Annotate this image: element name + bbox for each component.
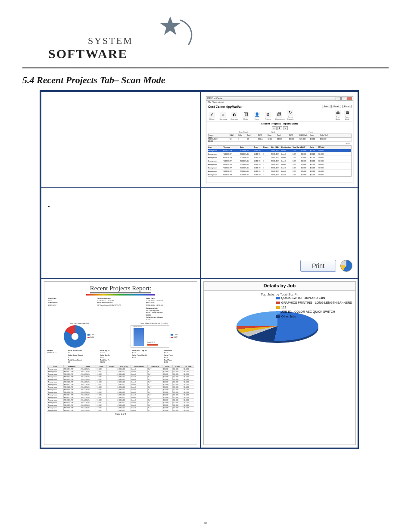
section-heading: 5.4 Recent Projects Tab– Scan Mode [22,75,389,86]
header-rule [22,67,389,68]
report-table: UserFilenameDateTimePagesSize (KB)Destin… [47,365,194,412]
window-title: KIP Cost Center [207,97,223,100]
detail-row[interactable]: AnonymousFIL0028.TIF2014-09-0511:10:1912… [208,169,351,173]
define-icon[interactable]: ✔ [209,112,215,118]
pager-prev[interactable]: « [272,126,277,130]
cell-description-1: The fourth tab displayed on the Reports … [41,91,200,188]
menu-tools[interactable]: Tools [212,101,218,103]
email-button[interactable]: Email [331,105,341,108]
detail-row[interactable]: AnonymousFIL0023.TIF2014-09-0511:10:1912… [208,152,351,156]
report-pagination: Page 1 of 3 [47,413,194,415]
printed-report-preview: Recent Projects Report: Model No:7170IP … [44,281,197,445]
top-action-buttons: Print Email Excel [322,105,352,108]
close-icon[interactable] [347,97,352,100]
legend-item: Other Jobs [276,315,352,319]
window-titlebar: KIP Cost Center [206,96,353,101]
excel-button[interactable]: Excel [342,105,352,108]
minimize-icon[interactable] [336,97,341,100]
report-row: AnonymousFIL0017.TIF2014-09-0511:10:112,… [47,409,194,411]
users-icon[interactable]: 👤 [254,112,260,118]
detail-row[interactable]: AnonymousFIL0026.TIF2014-09-0511:10:1912… [208,162,351,166]
cell-print-button: Print [200,188,359,278]
window-controls [336,97,352,100]
cell-description-2: Selecting the Print button will allow th… [41,188,200,278]
pie-header: Details by Job [204,282,355,291]
pie-chart-icon[interactable] [340,260,352,272]
logo-line1: SYSTEM [88,35,133,47]
maximize-icon[interactable] [341,97,346,100]
summary-column-headers: ProjectB&WColorTotalB&WColorTotalB&WB&W/… [208,134,352,138]
pager-next[interactable]: » [283,126,288,130]
row2-outro: Selecting the Pie Chart will allow the u… [47,211,195,221]
legend-item: QUICK SWITCH 36IN AND 24IN [276,296,352,300]
logo-line2: SOFTWARE [48,47,133,61]
pie-legend: QUICK SWITCH 36IN AND 24INGRAPHICS PRINT… [276,296,352,319]
summary-group-headers: Scan CountSq ftFees [208,131,352,134]
bar-chart: B&W 202.75 Color 12.15 [131,325,169,348]
detail-row[interactable]: AnonymousFIL0027.TIF2014-09-0511:10:1912… [208,166,351,169]
departments-icon[interactable]: 🗐 [276,112,282,118]
brand-logo: SYSTEM SOFTWARE [48,16,389,64]
report-meta: Model No:7170IP Address:10.85.1.97 Date … [48,297,193,321]
intro-text: The fourth tab displayed on the Reports … [47,96,195,111]
detail-row[interactable]: AnonymousFIL0024.TIF2014-09-0511:10:1912… [208,156,351,159]
pager-page: 1 [277,126,282,130]
cell-pie-panel: Details by Job Top Jobs by Total Sq. Ft.… [200,278,359,448]
row2-bullet: None [53,204,63,208]
scan-mode-icon[interactable]: 🖶 [344,110,350,116]
legend-item: JOB B3 - COLOR AEC QUICK SWITCH [276,310,352,314]
cell-app-screenshot: KIP Cost Center File Tools About Cost Ce… [200,91,359,188]
donut-chart [64,325,86,348]
main-toolbar: ✔Define ≡Summary ◐Coverage ⿲Media 👤Users… [206,110,353,121]
row2-intro: Selecting the Print button will allow th… [47,193,195,202]
print-mode-icon[interactable]: 🖶 [335,110,341,116]
report-title-text: Recent Projects Report: [90,284,151,293]
cell-report-preview: Recent Projects Report: Model No:7170IP … [41,278,200,448]
detail-row[interactable]: AnonymousFIL0025.TIF2014-09-0511:10:1912… [208,159,351,162]
summary-icon[interactable]: ≡ [220,112,226,118]
donut-title: Total Files Scanned (53) [64,322,94,324]
pager: « 1 » [206,126,353,130]
detail-headers: UserFilenameDateTimePagesSize (KB)Destin… [208,146,351,149]
page-footer: KIP Cost Center User Guide © [0,517,411,525]
menu-about[interactable]: About [218,101,224,103]
detail-row[interactable]: AnonymousFIL0022.TIF2014-09-0511:10:1912… [208,149,351,152]
copyright-symbol: © [204,521,207,525]
coverage-icon[interactable]: ◐ [231,112,237,118]
detail-row[interactable]: AnonymousFIL0029.TIF2014-09-0511:10:1912… [208,173,351,176]
swoosh-icon [129,10,198,68]
bars-title: Total B&W / Color Sq. Ft. (214.90) [131,322,177,324]
report-title: Recent Projects Report: Scan [206,122,353,126]
content-grid: The fourth tab displayed on the Reports … [40,90,359,449]
print-button[interactable]: Print [322,105,330,108]
detail-table: UserFilenameDateTimePagesSize (KB)Destin… [208,145,352,177]
summary-row: PL099-002252163202.7412.15214.89$0.000$2… [208,138,352,142]
details-by-job-panel: Details by Job Top Jobs by Total Sq. Ft.… [203,281,356,445]
print-button-large[interactable]: Print [300,260,336,272]
recent-projects-icon[interactable]: ↻ [287,110,293,116]
rainbow-rule [86,294,155,296]
projects-icon[interactable]: 🗎 [265,112,271,118]
menu-file[interactable]: File [208,101,211,103]
media-icon[interactable]: ⿲ [243,112,249,118]
cost-center-app-window: KIP Cost Center File Tools About Cost Ce… [206,96,353,183]
menu-bar: File Tools About [206,101,353,104]
report-stats: ProjectPL099-0022B&W Scan Count52B&W Sq.… [47,349,194,363]
legend-item: GRAPHICS PRINTING - LONG LENGTH BANNERS [276,301,352,305]
legend-item: 123 [276,306,352,310]
fees-label: Fees [206,143,350,145]
